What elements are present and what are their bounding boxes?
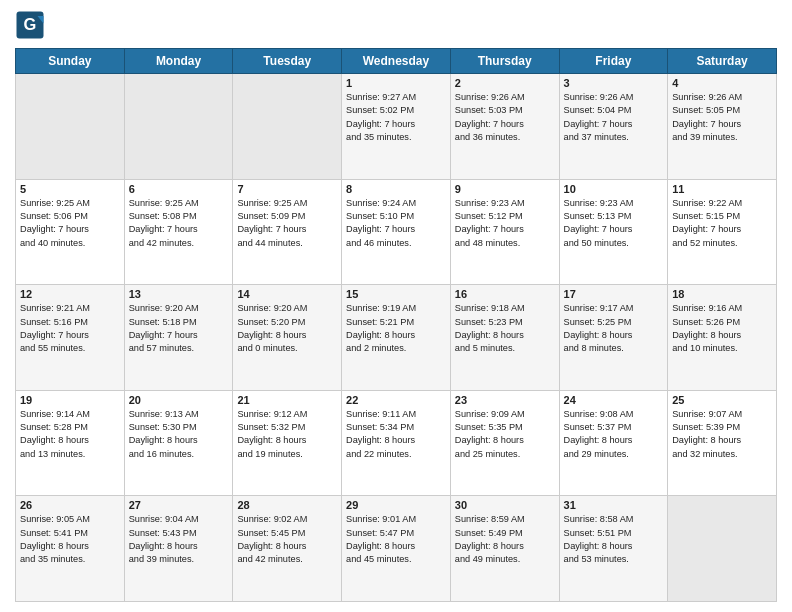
calendar: SundayMondayTuesdayWednesdayThursdayFrid…: [15, 48, 777, 602]
day-number: 14: [237, 288, 337, 300]
calendar-cell: [233, 74, 342, 180]
calendar-cell: 22Sunrise: 9:11 AMSunset: 5:34 PMDayligh…: [342, 390, 451, 496]
calendar-cell: 6Sunrise: 9:25 AMSunset: 5:08 PMDaylight…: [124, 179, 233, 285]
cell-info: Sunrise: 9:18 AMSunset: 5:23 PMDaylight:…: [455, 302, 555, 355]
cell-info: Sunrise: 9:17 AMSunset: 5:25 PMDaylight:…: [564, 302, 664, 355]
cell-info: Sunrise: 9:14 AMSunset: 5:28 PMDaylight:…: [20, 408, 120, 461]
calendar-cell: 16Sunrise: 9:18 AMSunset: 5:23 PMDayligh…: [450, 285, 559, 391]
day-number: 10: [564, 183, 664, 195]
cell-info: Sunrise: 9:25 AMSunset: 5:06 PMDaylight:…: [20, 197, 120, 250]
day-header-monday: Monday: [124, 49, 233, 74]
day-number: 8: [346, 183, 446, 195]
calendar-cell: 30Sunrise: 8:59 AMSunset: 5:49 PMDayligh…: [450, 496, 559, 602]
calendar-cell: 23Sunrise: 9:09 AMSunset: 5:35 PMDayligh…: [450, 390, 559, 496]
day-number: 4: [672, 77, 772, 89]
calendar-cell: [668, 496, 777, 602]
day-number: 11: [672, 183, 772, 195]
cell-info: Sunrise: 9:25 AMSunset: 5:09 PMDaylight:…: [237, 197, 337, 250]
day-header-wednesday: Wednesday: [342, 49, 451, 74]
calendar-body: 1Sunrise: 9:27 AMSunset: 5:02 PMDaylight…: [16, 74, 777, 602]
day-number: 25: [672, 394, 772, 406]
header: G: [15, 10, 777, 40]
day-number: 13: [129, 288, 229, 300]
cell-info: Sunrise: 9:23 AMSunset: 5:13 PMDaylight:…: [564, 197, 664, 250]
calendar-header: SundayMondayTuesdayWednesdayThursdayFrid…: [16, 49, 777, 74]
calendar-cell: [124, 74, 233, 180]
day-number: 20: [129, 394, 229, 406]
calendar-cell: 8Sunrise: 9:24 AMSunset: 5:10 PMDaylight…: [342, 179, 451, 285]
calendar-cell: [16, 74, 125, 180]
page: G SundayMondayTuesdayWednesdayThursdayFr…: [0, 0, 792, 612]
week-row-4: 26Sunrise: 9:05 AMSunset: 5:41 PMDayligh…: [16, 496, 777, 602]
day-number: 22: [346, 394, 446, 406]
day-number: 7: [237, 183, 337, 195]
calendar-cell: 26Sunrise: 9:05 AMSunset: 5:41 PMDayligh…: [16, 496, 125, 602]
cell-info: Sunrise: 8:59 AMSunset: 5:49 PMDaylight:…: [455, 513, 555, 566]
calendar-cell: 2Sunrise: 9:26 AMSunset: 5:03 PMDaylight…: [450, 74, 559, 180]
calendar-cell: 14Sunrise: 9:20 AMSunset: 5:20 PMDayligh…: [233, 285, 342, 391]
cell-info: Sunrise: 9:02 AMSunset: 5:45 PMDaylight:…: [237, 513, 337, 566]
day-number: 5: [20, 183, 120, 195]
day-number: 21: [237, 394, 337, 406]
calendar-cell: 11Sunrise: 9:22 AMSunset: 5:15 PMDayligh…: [668, 179, 777, 285]
day-number: 3: [564, 77, 664, 89]
calendar-cell: 25Sunrise: 9:07 AMSunset: 5:39 PMDayligh…: [668, 390, 777, 496]
cell-info: Sunrise: 9:26 AMSunset: 5:05 PMDaylight:…: [672, 91, 772, 144]
cell-info: Sunrise: 8:58 AMSunset: 5:51 PMDaylight:…: [564, 513, 664, 566]
calendar-cell: 28Sunrise: 9:02 AMSunset: 5:45 PMDayligh…: [233, 496, 342, 602]
cell-info: Sunrise: 9:19 AMSunset: 5:21 PMDaylight:…: [346, 302, 446, 355]
day-number: 28: [237, 499, 337, 511]
day-number: 2: [455, 77, 555, 89]
calendar-cell: 13Sunrise: 9:20 AMSunset: 5:18 PMDayligh…: [124, 285, 233, 391]
day-number: 19: [20, 394, 120, 406]
day-number: 9: [455, 183, 555, 195]
cell-info: Sunrise: 9:20 AMSunset: 5:18 PMDaylight:…: [129, 302, 229, 355]
week-row-0: 1Sunrise: 9:27 AMSunset: 5:02 PMDaylight…: [16, 74, 777, 180]
calendar-cell: 27Sunrise: 9:04 AMSunset: 5:43 PMDayligh…: [124, 496, 233, 602]
cell-info: Sunrise: 9:25 AMSunset: 5:08 PMDaylight:…: [129, 197, 229, 250]
week-row-2: 12Sunrise: 9:21 AMSunset: 5:16 PMDayligh…: [16, 285, 777, 391]
day-header-saturday: Saturday: [668, 49, 777, 74]
day-number: 29: [346, 499, 446, 511]
calendar-cell: 17Sunrise: 9:17 AMSunset: 5:25 PMDayligh…: [559, 285, 668, 391]
calendar-cell: 4Sunrise: 9:26 AMSunset: 5:05 PMDaylight…: [668, 74, 777, 180]
day-number: 31: [564, 499, 664, 511]
day-number: 23: [455, 394, 555, 406]
day-number: 1: [346, 77, 446, 89]
cell-info: Sunrise: 9:22 AMSunset: 5:15 PMDaylight:…: [672, 197, 772, 250]
week-row-1: 5Sunrise: 9:25 AMSunset: 5:06 PMDaylight…: [16, 179, 777, 285]
day-number: 17: [564, 288, 664, 300]
calendar-cell: 10Sunrise: 9:23 AMSunset: 5:13 PMDayligh…: [559, 179, 668, 285]
cell-info: Sunrise: 9:20 AMSunset: 5:20 PMDaylight:…: [237, 302, 337, 355]
cell-info: Sunrise: 9:13 AMSunset: 5:30 PMDaylight:…: [129, 408, 229, 461]
cell-info: Sunrise: 9:04 AMSunset: 5:43 PMDaylight:…: [129, 513, 229, 566]
day-number: 18: [672, 288, 772, 300]
calendar-cell: 20Sunrise: 9:13 AMSunset: 5:30 PMDayligh…: [124, 390, 233, 496]
cell-info: Sunrise: 9:27 AMSunset: 5:02 PMDaylight:…: [346, 91, 446, 144]
day-number: 26: [20, 499, 120, 511]
svg-text:G: G: [24, 15, 37, 33]
calendar-cell: 7Sunrise: 9:25 AMSunset: 5:09 PMDaylight…: [233, 179, 342, 285]
day-header-thursday: Thursday: [450, 49, 559, 74]
cell-info: Sunrise: 9:24 AMSunset: 5:10 PMDaylight:…: [346, 197, 446, 250]
calendar-cell: 12Sunrise: 9:21 AMSunset: 5:16 PMDayligh…: [16, 285, 125, 391]
day-number: 12: [20, 288, 120, 300]
calendar-cell: 24Sunrise: 9:08 AMSunset: 5:37 PMDayligh…: [559, 390, 668, 496]
cell-info: Sunrise: 9:26 AMSunset: 5:03 PMDaylight:…: [455, 91, 555, 144]
day-number: 6: [129, 183, 229, 195]
day-number: 16: [455, 288, 555, 300]
calendar-cell: 29Sunrise: 9:01 AMSunset: 5:47 PMDayligh…: [342, 496, 451, 602]
day-header-friday: Friday: [559, 49, 668, 74]
day-number: 30: [455, 499, 555, 511]
header-row: SundayMondayTuesdayWednesdayThursdayFrid…: [16, 49, 777, 74]
cell-info: Sunrise: 9:08 AMSunset: 5:37 PMDaylight:…: [564, 408, 664, 461]
day-number: 24: [564, 394, 664, 406]
cell-info: Sunrise: 9:05 AMSunset: 5:41 PMDaylight:…: [20, 513, 120, 566]
cell-info: Sunrise: 9:26 AMSunset: 5:04 PMDaylight:…: [564, 91, 664, 144]
calendar-cell: 5Sunrise: 9:25 AMSunset: 5:06 PMDaylight…: [16, 179, 125, 285]
logo: G: [15, 10, 49, 40]
calendar-cell: 1Sunrise: 9:27 AMSunset: 5:02 PMDaylight…: [342, 74, 451, 180]
calendar-cell: 9Sunrise: 9:23 AMSunset: 5:12 PMDaylight…: [450, 179, 559, 285]
calendar-cell: 3Sunrise: 9:26 AMSunset: 5:04 PMDaylight…: [559, 74, 668, 180]
cell-info: Sunrise: 9:21 AMSunset: 5:16 PMDaylight:…: [20, 302, 120, 355]
